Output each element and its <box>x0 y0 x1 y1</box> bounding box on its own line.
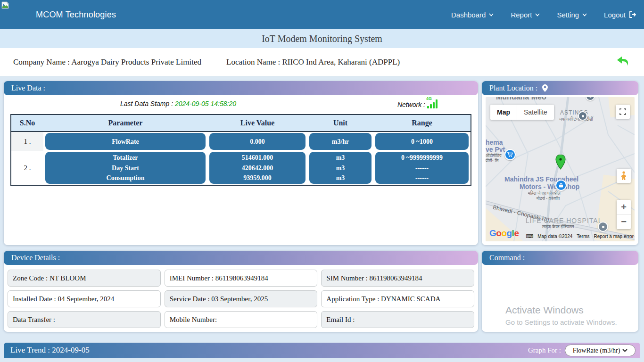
col-unit: Unit <box>307 119 373 127</box>
network-status: Network : 4G <box>397 99 438 108</box>
map-label-hema-hindi1: ऑटोमोटिव <box>486 153 502 158</box>
chevron-down-icon <box>582 13 587 16</box>
col-sno: S.No <box>11 119 43 127</box>
broken-image-icon <box>1 1 9 9</box>
green-pin-marker[interactable] <box>555 155 566 170</box>
activate-windows-watermark-subtext: Go to Settings to activate Windows. <box>505 318 617 326</box>
nav-dashboard[interactable]: Dashboard <box>451 11 494 19</box>
pegman-button[interactable] <box>617 169 631 183</box>
activate-windows-watermark: Activate Windows <box>505 304 584 316</box>
parameter-value: Consumption <box>46 173 205 183</box>
signal-bars-icon: 4G <box>427 99 438 108</box>
col-range: Range <box>373 119 471 127</box>
range-pill: 0 ~1000 <box>375 133 469 150</box>
graph-for-select[interactable]: FlowRate (m3/hr) <box>565 345 636 356</box>
email-id-field: Email Id : <box>321 311 474 328</box>
unit-value: m3 <box>310 153 371 163</box>
select-chevron-icon <box>622 349 627 352</box>
zoom-in-button[interactable]: + <box>617 200 631 215</box>
map-label-mahindra2: Motors - Workshop <box>520 183 579 190</box>
store-marker[interactable] <box>504 149 516 160</box>
unit-value: m3 <box>310 173 371 183</box>
network-label: Network : <box>397 101 425 108</box>
plant-location-title: Plant Location : <box>489 84 537 92</box>
last-data-stamp-label: Last Data Stamp : <box>120 100 175 107</box>
command-panel: Command : Activate Windows Go to Setting… <box>482 251 638 332</box>
table-row: 2 . Totalizer Day Start Consumption 5146… <box>11 151 471 185</box>
map-button[interactable]: Map <box>490 105 517 120</box>
unit-pill: m3/hr <box>309 133 372 150</box>
map-label-hospital-hindi: लाइफ केयर हॉस्पिटल <box>542 224 574 230</box>
range-value: 0 ~1000 <box>376 137 468 147</box>
installed-date-field: Installed Date : 04 September, 2024 <box>8 290 161 307</box>
nav-setting-label: Setting <box>557 11 579 19</box>
table-row: 1 . FlowRate 0.000 m3/hr 0 ~1000 <box>11 132 471 151</box>
table-header-row: S.No Parameter Live Value Unit Range <box>11 115 471 132</box>
unit-pill: m3 m3 m3 <box>309 152 372 184</box>
range-value: ------ <box>376 173 468 183</box>
live-value: 514601.000 <box>210 153 305 163</box>
location-pin-icon <box>542 84 548 92</box>
nav-report[interactable]: Report <box>511 11 540 19</box>
zone-code-field: Zone Code : NT BLOOM <box>8 270 161 287</box>
live-data-table: S.No Parameter Live Value Unit Range 1 .… <box>10 114 471 186</box>
keyboard-icon[interactable]: ⌨ <box>526 233 533 239</box>
google-logo[interactable]: Google <box>489 228 519 239</box>
report-map-error-link[interactable]: Report a map error <box>594 234 634 239</box>
map-label-hospital: LIFE CARE HOSPITAL <box>526 217 602 224</box>
device-details-panel: Device Details : Zone Code : NT BLOOM IM… <box>4 251 478 332</box>
command-header: Command : <box>482 251 638 265</box>
workshop-marker[interactable] <box>555 180 567 191</box>
application-type-field: Application Type : DYNAMIC SCADA <box>321 290 474 307</box>
nav-logout[interactable]: Logout <box>604 11 636 19</box>
row-sno: 1 . <box>11 132 43 151</box>
col-live-value: Live Value <box>207 119 307 127</box>
map-type-control: Map Satellite <box>490 105 554 120</box>
last-data-stamp-value: 2024-09-05 14:58:20 <box>175 100 236 107</box>
col-parameter: Parameter <box>43 119 207 127</box>
zoom-out-button[interactable]: − <box>617 215 631 230</box>
map-label-hema-hindi2: वीटी॰ लि <box>486 158 498 164</box>
plant-location-panel: Plant Location : Mundana Meo ASTINGS जफ … <box>482 81 638 245</box>
map-label-mahindra1: Mahindra JS Fourwheel <box>504 175 578 183</box>
page-title-bar: IoT Modem Monitoring System <box>0 29 644 48</box>
fullscreen-icon <box>619 108 626 115</box>
terms-link[interactable]: Terms <box>577 234 589 239</box>
device-details-grid: Zone Code : NT BLOOM IMEI Number : 86119… <box>8 270 474 328</box>
map-attribution: ⌨ Map data ©2024 Terms Report a map erro… <box>526 233 634 239</box>
page-title: IoT Modem Monitoring System <box>262 33 382 44</box>
zoom-control: + − <box>617 200 631 229</box>
parameter-value: Totalizer <box>46 153 205 163</box>
location-name: Location Name : RIICO Ind Area, Kaharani… <box>226 58 400 67</box>
live-trend-bar: Live Trend : 2024-09-05 Graph For : Flow… <box>4 343 640 358</box>
fullscreen-button[interactable] <box>616 105 630 119</box>
parameter-pill: FlowRate <box>45 133 206 150</box>
row-sno: 2 . <box>11 151 43 185</box>
live-value: 93959.000 <box>210 173 305 183</box>
range-value: ------ <box>376 163 468 173</box>
map-label-mundana: Mundana Meo <box>496 97 546 101</box>
plant-location-header: Plant Location : <box>482 81 638 95</box>
google-map[interactable]: Mundana Meo ASTINGS जफ कास्टिंग्स एलटीडी… <box>486 97 635 241</box>
poi-marker[interactable] <box>578 111 587 121</box>
nav-setting[interactable]: Setting <box>557 11 587 19</box>
range-pill: 0 ~9999999999 ------ ------ <box>375 152 469 184</box>
range-value: 0 ~9999999999 <box>376 153 468 163</box>
map-label-mahindra-hindi2: मोटर्स - वर्कशॉप <box>537 196 560 201</box>
lock-icon <box>559 183 563 188</box>
back-arrow-icon[interactable] <box>616 55 630 69</box>
parameter-value: FlowRate <box>46 137 205 147</box>
poi-marker[interactable] <box>598 222 608 232</box>
graph-for-label: Graph For : <box>528 346 561 354</box>
data-transfer-field: Data Transfer : <box>8 311 161 328</box>
chevron-down-icon <box>535 13 540 16</box>
nav-dashboard-label: Dashboard <box>451 11 486 19</box>
live-value-pill: 514601.000 420642.000 93959.000 <box>209 152 305 184</box>
brand-title: MCOM Technologies <box>36 10 116 20</box>
live-value: 420642.000 <box>210 163 305 173</box>
mobile-number-field: Mobile Number: <box>165 311 318 328</box>
last-data-stamp: Last Data Stamp : 2024-09-05 14:58:20 <box>4 100 353 107</box>
map-data-text: Map data ©2024 <box>537 234 572 239</box>
nav-report-label: Report <box>511 11 532 19</box>
satellite-button[interactable]: Satellite <box>517 105 554 120</box>
